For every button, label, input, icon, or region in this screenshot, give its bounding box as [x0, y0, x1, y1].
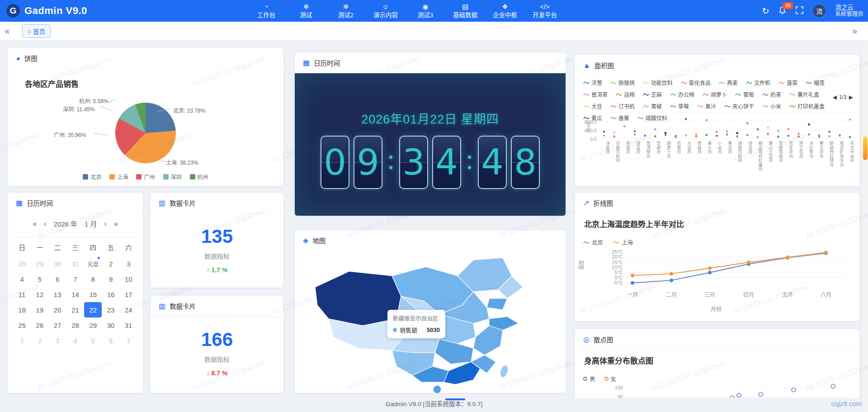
legend-item-上海[interactable]: 上海 — [109, 173, 128, 180]
weekday-label: 四 — [84, 242, 102, 252]
calendar-day[interactable]: 2 — [102, 256, 119, 271]
calendar-day[interactable]: 16 — [102, 287, 119, 302]
calendar-day-selected[interactable]: 22 — [84, 302, 102, 317]
calendar-day[interactable]: 4 — [66, 333, 84, 348]
metric-delta: ↓ 8.7 % — [207, 369, 228, 377]
logo[interactable]: G Gadmin V9.0 — [0, 4, 136, 18]
legend-item-上海[interactable]: 上海 — [613, 238, 633, 246]
calendar-day[interactable]: 6 — [49, 271, 66, 287]
area-xtick: 大豆月 — [681, 141, 691, 184]
line-plot[interactable] — [575, 246, 859, 291]
calendar-day[interactable]: 30 — [102, 317, 119, 333]
tabs-collapse-icon[interactable]: « — [0, 26, 14, 36]
legend-item-男[interactable]: 男 — [583, 374, 595, 383]
calendar-day[interactable]: 5 — [31, 271, 48, 287]
calendar-day[interactable]: 9 — [102, 271, 119, 287]
calendar-day[interactable]: 7 — [66, 271, 84, 287]
calendar-day[interactable]: 11 — [13, 287, 31, 302]
calendar-day[interactable]: 15 — [84, 287, 102, 302]
next-year-icon[interactable]: » — [114, 220, 118, 228]
calendar-day[interactable]: 28 — [66, 317, 84, 333]
calendar-day[interactable]: 31 — [120, 317, 137, 333]
nav-item-演示内容[interactable]: ☺演示内容 — [373, 0, 399, 22]
scrollbar-track[interactable] — [863, 41, 868, 412]
calendar-day[interactable]: 1 — [13, 333, 31, 348]
calendar-day[interactable]: 30 — [49, 256, 66, 271]
horizontal-scrollbar-thumb[interactable] — [445, 398, 465, 400]
tabs-expand-icon[interactable]: » — [848, 26, 862, 36]
line-xtick: 一月 — [623, 290, 642, 298]
legend-item-女[interactable]: 女 — [604, 374, 617, 383]
user-meta[interactable]: 流之云 系统管理员 — [835, 4, 863, 18]
legend-item-杭州[interactable]: 杭州 — [190, 173, 208, 180]
calendar-day[interactable]: 26 — [31, 317, 48, 333]
calendar-day[interactable]: 13 — [49, 287, 66, 302]
calendar-day[interactable]: 29 — [84, 317, 102, 333]
area-xtick: 西兰花月 — [793, 141, 803, 184]
calendar-day[interactable]: 10 — [120, 271, 137, 287]
calendar-day[interactable]: 2 — [31, 333, 48, 348]
calendar-day[interactable]: 29 — [31, 256, 48, 271]
compass-icon: ◉ — [422, 3, 428, 11]
calendar-day[interactable]: 18 — [13, 302, 31, 317]
area-xtick: 绿豆月 — [742, 141, 752, 184]
map-pin-icon: ◈ — [303, 237, 308, 244]
tab-home[interactable]: ⌂ 首页 — [22, 24, 51, 38]
nav-item-企业中枢[interactable]: ❖企业中枢 — [492, 0, 518, 22]
calendar-day[interactable]: 3 — [49, 333, 66, 348]
next-month-icon[interactable]: › — [104, 220, 107, 228]
nav-item-开发平台[interactable]: </>开发平台 — [532, 0, 558, 22]
nav-item-测试[interactable]: ❄测试 — [293, 0, 319, 22]
legend-item-北京[interactable]: 北京 — [83, 173, 101, 180]
calendar-day[interactable]: 元旦 — [84, 256, 102, 271]
nav-item-测试2[interactable]: ❄测试2 — [333, 0, 359, 22]
prev-month-icon[interactable]: ‹ — [44, 220, 46, 228]
prev-year-icon[interactable]: « — [33, 220, 37, 228]
fullscreen-icon[interactable] — [796, 6, 803, 15]
legend-item-深圳[interactable]: 深圳 — [163, 173, 182, 180]
calendar-card: ▦ 日历时间 « ‹ 2026 年 1 月 › » 日一二三四五六 282930… — [8, 193, 143, 393]
nav-item-工作台[interactable]: ◔工作台 — [253, 0, 279, 22]
refresh-icon[interactable]: ↻ — [762, 7, 769, 15]
calendar-day[interactable]: 23 — [102, 302, 119, 317]
calendar-day[interactable]: 14 — [66, 287, 84, 302]
area-xtick: 菠菜月 — [630, 141, 641, 184]
clock-digit: 8 — [511, 136, 540, 189]
line-xtick: 四月 — [739, 290, 759, 298]
avatar[interactable]: 流 — [812, 4, 826, 18]
data-card-icon: ▥ — [159, 199, 165, 207]
card-title: 散点图 — [594, 335, 613, 344]
calendar-day[interactable]: 7 — [120, 333, 137, 348]
calendar-day[interactable]: 19 — [31, 302, 48, 317]
calendar-day[interactable]: 4 — [13, 271, 31, 287]
calendar-icon: ▦ — [16, 199, 23, 207]
pie-label: 广州: 20.96% — [54, 131, 86, 138]
area-xtick: 小米月 — [712, 141, 722, 184]
pie-chart[interactable] — [115, 103, 176, 163]
calendar-year[interactable]: 2026 年 — [53, 219, 77, 228]
calendar-day[interactable]: 3 — [120, 256, 137, 271]
calendar-day[interactable]: 5 — [84, 333, 102, 348]
calendar-day[interactable]: 12 — [31, 287, 48, 302]
calendar-day[interactable]: 28 — [13, 256, 31, 271]
calendar-day[interactable]: 25 — [13, 317, 31, 333]
area-plot[interactable] — [575, 55, 859, 146]
nav-item-测试3[interactable]: ◉测试3 — [412, 0, 439, 22]
calendar-day[interactable]: 6 — [102, 333, 119, 348]
weekday-label: 一 — [31, 242, 48, 252]
home-icon: ⌂ — [28, 28, 31, 34]
legend-item-广州[interactable]: 广州 — [136, 173, 155, 180]
calendar-day[interactable]: 27 — [49, 317, 66, 333]
site-watermark: cojz8.com — [831, 400, 862, 407]
legend-item-北京[interactable]: 北京 — [583, 238, 603, 246]
nav-item-基础数据[interactable]: ▤基础数据 — [452, 0, 478, 22]
calendar-day[interactable]: 31 — [66, 256, 84, 271]
calendar-day[interactable]: 8 — [84, 271, 102, 287]
scrollbar-thumb[interactable] — [863, 137, 868, 160]
calendar-day[interactable]: 17 — [120, 287, 137, 302]
calendar-day[interactable]: 20 — [49, 302, 66, 317]
calendar-month[interactable]: 1 月 — [85, 219, 97, 228]
notification-bell-icon[interactable]: 39 — [778, 6, 787, 16]
calendar-day[interactable]: 21 — [66, 302, 84, 317]
calendar-day[interactable]: 24 — [120, 302, 137, 317]
